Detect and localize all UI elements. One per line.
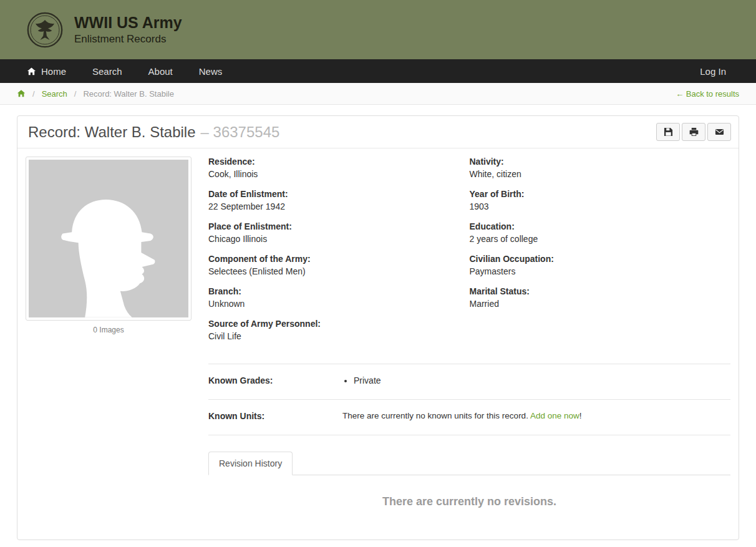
field-branch: Branch: Unknown (208, 286, 470, 309)
field-label: Year of Birth: (470, 189, 719, 199)
site-subtitle: Enlistment Records (74, 33, 182, 46)
field-label: Branch: (208, 286, 457, 296)
save-icon (664, 127, 673, 137)
field-value: White, citizen (470, 169, 719, 179)
record-photo-placeholder (26, 157, 191, 321)
known-grades-list: Private (342, 375, 730, 385)
field-place-of-enlistment: Place of Enlistment: Chicago Illinois (208, 221, 470, 244)
photo-column: 0 Images (26, 157, 191, 540)
field-value: 1903 (470, 201, 719, 211)
nav-spacer (235, 59, 687, 83)
site-header: WWII US Army Enlistment Records (0, 0, 756, 59)
revisions-empty-message: There are currently no revisions. (208, 495, 730, 508)
add-unit-link[interactable]: Add one now (530, 411, 579, 420)
record-action-buttons (656, 123, 731, 141)
grade-item: Private (354, 375, 730, 385)
field-residence: Residence: Cook, Illinois (208, 157, 470, 179)
breadcrumb: / Search / Record: Walter B. Stabile ← B… (0, 83, 756, 105)
field-value: Chicago Illinois (208, 234, 457, 244)
soldier-silhouette-icon (43, 169, 174, 317)
record-serial-number: – 36375545 (201, 123, 280, 141)
known-units-empty-text: There are currently no known units for t… (342, 411, 528, 420)
field-value: Paymasters (470, 266, 719, 276)
site-title-block: WWII US Army Enlistment Records (74, 14, 182, 46)
revision-tabs-area: Revision History There are currently no … (208, 435, 730, 508)
nav-label-news: News (199, 66, 223, 77)
nav-label-home: Home (41, 66, 66, 77)
email-button[interactable] (707, 123, 731, 141)
field-civilian-occupation: Civilian Occupation: Paymasters (470, 254, 731, 276)
field-value: Civil Life (208, 331, 457, 341)
record-card-body: 0 Images Residence: Cook, Illinois Date … (17, 148, 739, 540)
fields-left-column: Residence: Cook, Illinois Date of Enlist… (208, 157, 470, 351)
field-education: Education: 2 years of college (470, 221, 731, 244)
field-source-of-personnel: Source of Army Personnel: Civil Life (208, 319, 470, 341)
email-icon (715, 127, 724, 137)
field-value: 2 years of college (470, 234, 719, 244)
nav-item-about[interactable]: About (135, 59, 186, 83)
breadcrumb-link-search[interactable]: Search (42, 89, 67, 99)
field-label: Marital Status: (470, 286, 719, 296)
known-grades-section: Known Grades: Private (208, 364, 730, 399)
field-component-of-army: Component of the Army: Selectees (Enlist… (208, 254, 470, 276)
known-units-label: Known Units: (208, 411, 342, 421)
record-card-header: Record: Walter B. Stabile – 36375545 (17, 116, 739, 148)
field-date-of-enlistment: Date of Enlistment: 22 September 1942 (208, 189, 470, 211)
known-units-section: Known Units: There are currently no know… (208, 399, 730, 435)
field-label: Place of Enlistment: (208, 221, 457, 231)
breadcrumb-separator: / (32, 89, 35, 99)
tab-revision-history[interactable]: Revision History (208, 452, 293, 475)
field-value: Selectees (Enlisted Men) (208, 266, 457, 276)
nav-item-login[interactable]: Log In (687, 59, 739, 83)
record-title: Record: Walter B. Stabile (28, 123, 196, 141)
field-label: Education: (470, 221, 719, 231)
known-grades-content: Private (342, 375, 730, 385)
known-units-content: There are currently no known units for t… (342, 411, 730, 421)
field-label: Civilian Occupation: (470, 254, 719, 264)
breadcrumb-separator: / (74, 89, 77, 99)
field-nativity: Nativity: White, citizen (470, 157, 731, 179)
field-label: Nativity: (470, 157, 719, 167)
soldier-silhouette-image (29, 160, 188, 317)
breadcrumb-home-icon[interactable] (17, 89, 26, 98)
field-marital-status: Marital Status: Married (470, 286, 731, 309)
field-label: Residence: (208, 157, 457, 167)
image-count-caption: 0 Images (26, 326, 191, 334)
tab-bar: Revision History (208, 452, 730, 475)
army-seal-logo (26, 11, 64, 49)
nav-item-news[interactable]: News (186, 59, 236, 83)
nav-label-about: About (148, 66, 173, 77)
print-icon (689, 127, 699, 137)
field-value: Married (470, 299, 719, 309)
site-title: WWII US Army (74, 14, 182, 32)
record-card: Record: Walter B. Stabile – 36375545 (17, 115, 739, 540)
nav-item-search[interactable]: Search (79, 59, 135, 83)
home-icon (27, 67, 36, 76)
known-units-suffix: ! (579, 411, 582, 420)
breadcrumb-current: Record: Walter B. Stabile (83, 89, 173, 99)
nav-item-home[interactable]: Home (17, 59, 79, 83)
main-nav: Home Search About News Log In (0, 59, 756, 83)
record-details-column: Residence: Cook, Illinois Date of Enlist… (208, 157, 730, 540)
field-value: Unknown (208, 299, 457, 309)
record-fields: Residence: Cook, Illinois Date of Enlist… (208, 157, 730, 351)
field-label: Source of Army Personnel: (208, 319, 457, 329)
field-label: Component of the Army: (208, 254, 457, 264)
back-to-results-link[interactable]: ← Back to results (676, 89, 739, 99)
field-label: Date of Enlistment: (208, 189, 457, 199)
nav-label-search: Search (92, 66, 122, 77)
field-value: Cook, Illinois (208, 169, 457, 179)
save-button[interactable] (656, 123, 680, 141)
nav-label-login: Log In (700, 66, 726, 77)
field-value: 22 September 1942 (208, 201, 457, 211)
fields-right-column: Nativity: White, citizen Year of Birth: … (470, 157, 731, 351)
field-year-of-birth: Year of Birth: 1903 (470, 189, 731, 211)
print-button[interactable] (682, 123, 705, 141)
known-grades-label: Known Grades: (208, 375, 342, 385)
